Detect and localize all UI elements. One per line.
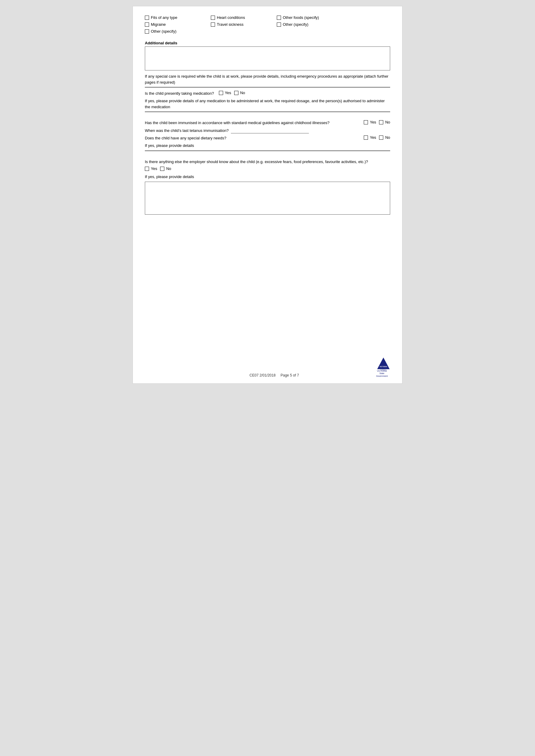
tetanus-input[interactable] (231, 127, 309, 133)
form-code: CE07 2/01/2018 (249, 373, 276, 377)
immunised-no-item: No (379, 120, 390, 124)
special-care-text: If any special care is required while th… (145, 73, 390, 85)
medication-yes-label: Yes (225, 91, 231, 95)
other-question: Is there anything else the employer shou… (145, 159, 390, 165)
medication-row: Is the child presently taking medication… (145, 91, 390, 96)
immunised-no-label: No (385, 120, 390, 124)
dietary-no-item: No (379, 135, 390, 140)
heart-item: Heart conditions (211, 15, 265, 20)
dietary-details-box[interactable] (145, 150, 390, 151)
immunised-row: Has the child been immunised in accordan… (145, 120, 390, 125)
other-specify-item: Other (specify) (277, 22, 331, 27)
fits-checkbox[interactable] (145, 15, 149, 20)
travel-sickness-label: Travel sickness (217, 22, 243, 27)
migraine-item: Migraine (145, 22, 199, 27)
dietary-no-label: No (385, 135, 390, 140)
additional-details-box[interactable] (145, 46, 390, 70)
footer: CE07 2/01/2018 Page 5 of 7 VICTORIA Stat… (133, 357, 402, 377)
other-yn-row: Yes No (145, 166, 390, 172)
other-details-box[interactable] (145, 182, 390, 215)
checkbox-row-1: Fits of any type Heart conditions Other … (145, 15, 390, 21)
immunised-yes-item: Yes (364, 120, 376, 124)
other-yes-item: Yes (145, 166, 157, 171)
victoria-logo: VICTORIA State Government VICTORIA State… (374, 357, 390, 377)
medication-no-checkbox[interactable] (234, 91, 239, 95)
dietary-details-label: If yes, please provide details (145, 143, 390, 149)
travel-sickness-item: Travel sickness (211, 22, 265, 27)
footer-center: CE07 2/01/2018 Page 5 of 7 (175, 373, 374, 377)
migraine-label: Migraine (151, 22, 166, 27)
medication-details-box[interactable] (145, 112, 390, 112)
immunised-no-checkbox[interactable] (379, 120, 383, 124)
heart-label: Heart conditions (217, 15, 245, 20)
form-page: Fits of any type Heart conditions Other … (132, 6, 403, 384)
other-no-checkbox[interactable] (160, 167, 164, 171)
medication-details-text: If yes, please provide details of any me… (145, 98, 390, 110)
other-specify-label: Other (specify) (283, 22, 308, 27)
immunised-yes-label: Yes (370, 120, 376, 124)
other-specify-checkbox[interactable] (277, 22, 281, 27)
medication-yes-item: Yes (219, 91, 231, 95)
other-foods-label: Other foods (specify) (283, 15, 319, 20)
other-no-item: No (160, 166, 171, 171)
heart-checkbox[interactable] (211, 15, 215, 20)
victoria-logo-icon: VICTORIA State Government (377, 357, 390, 370)
dietary-yes-checkbox[interactable] (364, 135, 368, 140)
other-specify2-checkbox[interactable] (145, 29, 149, 34)
additional-details-label: Additional details (145, 41, 390, 45)
other-details-label: If yes, please provide details (145, 174, 390, 180)
other-no-label: No (166, 166, 171, 171)
other-specify2-label: Other (specify) (151, 29, 176, 34)
checkbox-row-3: Other (specify) (145, 29, 390, 35)
other-foods-item: Other foods (specify) (277, 15, 331, 20)
medication-no-item: No (234, 91, 245, 95)
dietary-question: Does the child have any special dietary … (145, 136, 364, 140)
page-info: Page 5 of 7 (281, 373, 299, 377)
medication-question: Is the child presently taking medication… (145, 91, 214, 95)
immunised-question: Has the child been immunised in accordan… (145, 121, 364, 125)
svg-text:VICTORIA: VICTORIA (380, 366, 387, 367)
vic-name: VICTORIA (377, 370, 387, 372)
dietary-no-checkbox[interactable] (379, 135, 383, 140)
checkbox-row-2: Migraine Travel sickness Other (specify) (145, 22, 390, 28)
dietary-row: Does the child have any special dietary … (145, 135, 390, 141)
other-foods-checkbox[interactable] (277, 15, 281, 20)
other-yes-checkbox[interactable] (145, 167, 149, 171)
travel-sickness-checkbox[interactable] (211, 22, 215, 27)
other-specify2-item: Other (specify) (145, 29, 199, 34)
medication-yes-checkbox[interactable] (219, 91, 223, 95)
vic-sub: State Government (376, 372, 388, 377)
other-yes-label: Yes (151, 166, 157, 171)
dietary-yes-label: Yes (370, 135, 376, 140)
tetanus-row: When was the child’s last tetanus immuni… (145, 127, 390, 133)
migraine-checkbox[interactable] (145, 22, 149, 27)
medication-no-label: No (240, 91, 245, 95)
immunised-yes-checkbox[interactable] (364, 120, 368, 124)
dietary-yes-item: Yes (364, 135, 376, 140)
fits-item: Fits of any type (145, 15, 199, 20)
tetanus-question: When was the child’s last tetanus immuni… (145, 128, 229, 133)
special-care-box[interactable] (145, 87, 390, 88)
fits-label: Fits of any type (151, 15, 177, 20)
